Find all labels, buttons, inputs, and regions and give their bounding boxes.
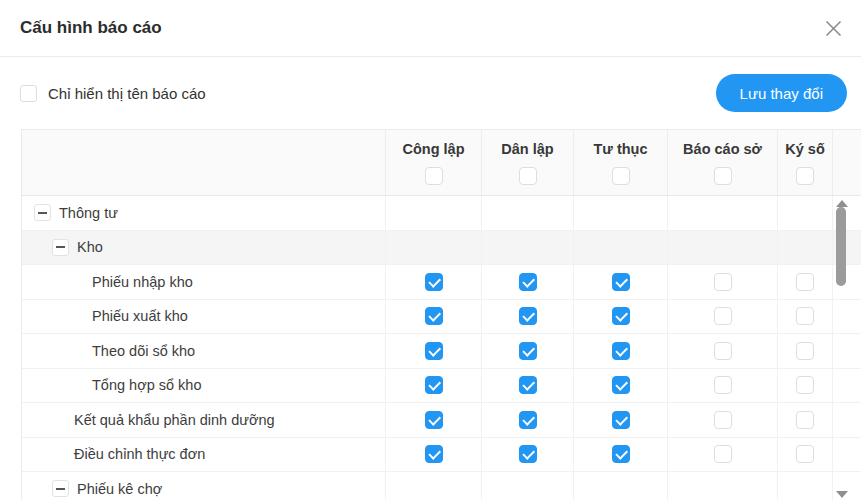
report-name-label: Thông tư [59, 205, 118, 221]
column-select-all-checkbox[interactable] [796, 167, 814, 185]
table-header-gutter [833, 130, 861, 195]
row-checkbox[interactable] [425, 342, 443, 360]
checkbox-cell [778, 265, 833, 299]
row-checkbox[interactable] [714, 445, 732, 463]
column-select-all-checkbox[interactable] [714, 167, 732, 185]
row-checkbox[interactable] [714, 342, 732, 360]
row-checkbox[interactable] [519, 307, 537, 325]
scroll-down-icon[interactable] [836, 491, 848, 498]
report-name-cell[interactable]: Theo dõi sổ kho [22, 334, 386, 368]
table-row: Kết quả khẩu phần dinh dưỡng [22, 403, 861, 438]
column-select-all-checkbox[interactable] [425, 167, 443, 185]
table-header-row: Công lập Dân lập Tư thục Báo cáo sở Ký s… [22, 130, 861, 196]
report-name-cell[interactable]: Kết quả khẩu phần dinh dưỡng [22, 403, 386, 437]
collapse-toggle-icon[interactable] [52, 239, 69, 256]
row-checkbox[interactable] [796, 445, 814, 463]
show-names-only-option[interactable]: Chỉ hiển thị tên báo cáo [20, 85, 206, 102]
checkbox-cell [574, 300, 668, 334]
checkbox-cell [482, 196, 574, 230]
modal-title: Cấu hình báo cáo [20, 18, 162, 38]
table-row: Kho [22, 231, 861, 266]
checkbox-cell [778, 300, 833, 334]
report-name-label: Kết quả khẩu phần dinh dưỡng [74, 412, 275, 428]
report-name-label: Theo dõi sổ kho [92, 343, 195, 359]
column-select-all-checkbox[interactable] [612, 167, 630, 185]
checkbox-cell [668, 231, 778, 265]
row-checkbox[interactable] [796, 342, 814, 360]
row-checkbox[interactable] [714, 376, 732, 394]
report-name-cell[interactable]: Phiếu xuất kho [22, 300, 386, 334]
show-names-only-checkbox[interactable] [20, 85, 37, 102]
column-header-report-name [22, 130, 386, 195]
row-checkbox[interactable] [425, 273, 443, 291]
checkbox-cell [778, 472, 833, 500]
report-name-cell[interactable]: Phiếu kê chợ [22, 472, 386, 500]
row-checkbox[interactable] [425, 307, 443, 325]
checkbox-cell [574, 472, 668, 500]
report-name-cell[interactable]: Kho [22, 231, 386, 265]
row-checkbox[interactable] [714, 307, 732, 325]
row-checkbox[interactable] [796, 376, 814, 394]
checkbox-cell [778, 438, 833, 472]
checkbox-cell [386, 231, 482, 265]
row-checkbox[interactable] [425, 376, 443, 394]
checkbox-cell [482, 265, 574, 299]
row-checkbox[interactable] [796, 307, 814, 325]
column-select-all-checkbox[interactable] [519, 167, 537, 185]
checkbox-cell [386, 369, 482, 403]
row-checkbox[interactable] [796, 273, 814, 291]
report-name-cell[interactable]: Phiếu nhập kho [22, 265, 386, 299]
column-header-1: Công lập [386, 130, 482, 195]
row-checkbox[interactable] [519, 411, 537, 429]
scroll-up-icon[interactable] [836, 200, 848, 207]
scrollbar-thumb[interactable] [836, 207, 846, 286]
table-row: Phiếu kê chợ [22, 472, 861, 500]
close-icon[interactable] [821, 16, 845, 40]
row-checkbox[interactable] [425, 445, 443, 463]
row-checkbox[interactable] [425, 411, 443, 429]
table-row: Tổng hợp sổ kho [22, 369, 861, 404]
row-checkbox[interactable] [612, 307, 630, 325]
column-header-4: Báo cáo sở [668, 130, 778, 195]
row-checkbox[interactable] [519, 445, 537, 463]
row-checkbox[interactable] [612, 376, 630, 394]
row-checkbox[interactable] [714, 411, 732, 429]
row-checkbox[interactable] [612, 342, 630, 360]
save-changes-button[interactable]: Lưu thay đổi [716, 74, 847, 112]
row-checkbox[interactable] [612, 273, 630, 291]
report-name-cell[interactable]: Tổng hợp sổ kho [22, 369, 386, 403]
collapse-toggle-icon[interactable] [52, 480, 69, 497]
report-name-label: Tổng hợp sổ kho [92, 377, 201, 393]
row-checkbox[interactable] [612, 411, 630, 429]
row-checkbox[interactable] [519, 342, 537, 360]
checkbox-cell [778, 334, 833, 368]
toolbar: Chỉ hiển thị tên báo cáo Lưu thay đổi [0, 57, 861, 129]
row-checkbox[interactable] [519, 273, 537, 291]
column-header-label: Công lập [402, 141, 464, 157]
report-name-label: Điều chỉnh thực đơn [74, 446, 205, 462]
report-config-table: Công lập Dân lập Tư thục Báo cáo sở Ký s… [21, 129, 861, 500]
report-name-cell[interactable]: Thông tư [22, 196, 386, 230]
checkbox-cell [482, 403, 574, 437]
collapse-toggle-icon[interactable] [34, 204, 51, 221]
checkbox-cell [386, 334, 482, 368]
vertical-scrollbar[interactable] [835, 196, 849, 500]
row-checkbox[interactable] [612, 445, 630, 463]
report-name-label: Phiếu nhập kho [92, 274, 193, 290]
checkbox-cell [386, 196, 482, 230]
column-header-label: Dân lập [501, 141, 553, 157]
checkbox-cell [574, 196, 668, 230]
column-header-2: Dân lập [482, 130, 574, 195]
checkbox-cell [482, 300, 574, 334]
column-header-label: Báo cáo sở [683, 141, 762, 157]
row-checkbox[interactable] [714, 273, 732, 291]
checkbox-cell [482, 231, 574, 265]
report-name-cell[interactable]: Điều chỉnh thực đơn [22, 438, 386, 472]
row-checkbox[interactable] [519, 376, 537, 394]
report-config-modal: Cấu hình báo cáo Chỉ hiển thị tên báo cá… [0, 0, 861, 501]
checkbox-cell [574, 369, 668, 403]
row-checkbox[interactable] [796, 411, 814, 429]
report-name-label: Kho [77, 239, 103, 255]
checkbox-cell [482, 369, 574, 403]
checkbox-cell [574, 403, 668, 437]
